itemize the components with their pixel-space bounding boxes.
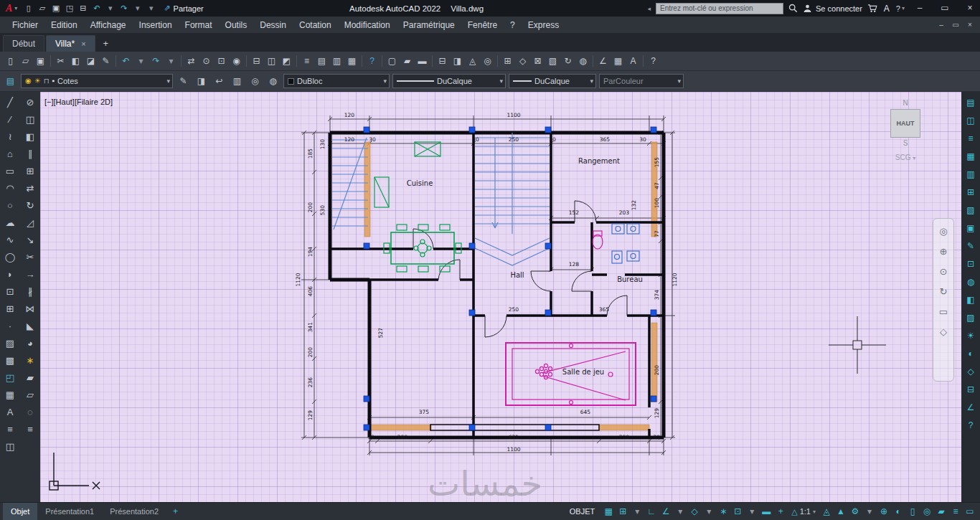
render-dock-icon[interactable]: ◍ [963,274,979,290]
dynamic-input-icon[interactable]: + [773,503,788,520]
grip[interactable] [469,425,475,430]
file-tab[interactable]: Villa* × [46,35,95,52]
macros-icon[interactable]: ⊞ [963,184,979,200]
nav-orbit-icon[interactable]: ↻ [940,286,948,298]
measure-icon[interactable]: ∠ [595,54,611,69]
undo-drop-icon[interactable]: ▾ [133,54,149,69]
nav-more-icon[interactable]: ◇ [940,326,947,338]
copy-icon[interactable]: ◫ [22,111,39,128]
make-block-icon[interactable]: ⊞ [1,301,19,318]
polygon-icon[interactable]: ⌂ [1,146,19,163]
circle-icon[interactable]: ○ [1,197,19,214]
grip[interactable] [469,310,475,316]
revision-cloud-icon[interactable]: ☁ [1,214,19,232]
sheet-set-dock-icon[interactable]: ▣ [963,220,979,236]
iso-drop-icon[interactable]: ▾ [702,503,716,520]
villa-floor-plan[interactable]: CuisineRangementHallBureauSalle de jeu 1… [40,92,961,502]
draworder-back-icon[interactable]: ▱ [22,387,39,404]
offset-icon[interactable]: ∥ [22,146,39,163]
doc-minimize-button[interactable]: – [934,21,948,29]
object-snap-icon[interactable]: ⊡ [730,503,745,520]
line-icon[interactable]: ╱ [1,94,19,111]
extend-icon[interactable]: → [22,266,39,283]
quick-properties-icon[interactable]: ▯ [905,503,920,520]
multiline-text-icon[interactable]: A [1,404,19,421]
views-dock-icon[interactable]: ◇ [963,364,979,379]
menu-item[interactable]: Cotation [293,16,338,34]
stretch-icon[interactable]: ↘ [22,232,39,249]
visual-styles-icon[interactable]: ◧ [963,292,979,308]
plot-dock-icon[interactable]: ⊟ [963,382,979,397]
properties-dock-icon[interactable]: ▤ [963,95,979,110]
qnew-icon[interactable]: ▯ [3,54,18,69]
insert-block-icon[interactable]: ⊡ [1,283,19,301]
ortho-icon[interactable]: ∟ [644,503,659,520]
layout-tab[interactable]: Objet [3,503,37,520]
viewcube-south[interactable]: S [882,139,928,148]
menu-item[interactable]: Fenêtre [461,16,504,34]
zoom-realtime-icon[interactable]: ⊙ [199,54,214,69]
menu-item[interactable]: ? [504,16,522,34]
table-tool-icon[interactable]: ▦ [1,387,19,404]
view-iso-icon[interactable]: ◇ [515,54,530,69]
paste-icon[interactable]: ◪ [83,54,98,69]
signin-button[interactable]: Se connecter [803,4,862,13]
object-snap-tracking-icon[interactable]: ∗ [716,503,730,520]
undo-drop-icon[interactable]: ▾ [103,4,117,13]
redo-icon[interactable]: ↷ [149,54,164,69]
nav-wheel-icon[interactable]: ◎ [939,226,947,237]
point-style-icon[interactable]: ◌ [22,404,39,421]
quick-access-drop-icon[interactable]: ▾ [144,4,158,13]
layer-previous-icon[interactable]: ↩ [212,74,227,89]
combo-arrow-icon[interactable]: ▾ [165,77,170,85]
grip[interactable] [651,310,656,316]
grip[interactable] [545,310,551,316]
plot-icon[interactable]: ⊟ [76,4,90,13]
ellipse-icon[interactable]: ◯ [1,249,19,266]
render-icon[interactable]: ◍ [575,54,590,69]
grip[interactable] [364,396,369,402]
view-front-icon[interactable]: ⊠ [530,54,545,69]
grip[interactable] [651,127,656,133]
menu-item[interactable]: Modification [338,16,397,34]
fillet-icon[interactable]: ◕ [22,335,39,352]
draworder-front-icon[interactable]: ▰ [22,369,39,387]
osnap-drop-icon[interactable]: ▾ [745,503,759,520]
viewcube-face[interactable]: HAUT [890,109,920,138]
blocks-palette-icon[interactable]: ◫ [963,113,979,128]
annotation-monitor-icon[interactable]: ⊕ [877,503,891,520]
undo-icon[interactable]: ↶ [118,54,133,69]
pan-realtime-icon[interactable]: ⇄ [184,54,199,69]
combo-arrow-icon[interactable]: ▾ [588,77,593,85]
help-center-icon[interactable]: ? [364,54,380,69]
redo-icon[interactable]: ↷ [117,4,131,13]
rotate-icon[interactable]: ↻ [22,197,39,214]
sun-study-icon[interactable]: ◐ [963,346,979,361]
menu-item[interactable]: Edition [44,16,84,34]
color-combo[interactable]: DuBloc ▾ [283,74,390,88]
snap-mode-icon[interactable]: ⊞ [616,503,630,520]
layer-properties-manager-icon[interactable]: ▤ [3,74,18,89]
combo-arrow-icon[interactable]: ▾ [498,77,503,85]
designcenter-icon[interactable]: ▤ [314,54,329,69]
qnew-icon[interactable]: ▯ [22,4,35,13]
menu-item[interactable]: Fichier [6,16,44,34]
trim-icon[interactable]: ✂ [22,249,39,266]
grip[interactable] [469,243,475,249]
nav-pan-icon[interactable]: ⊕ [940,246,948,257]
spline-icon[interactable]: ∿ [1,232,19,249]
properties-palette-icon[interactable]: ≡ [299,54,314,69]
new-drawing-tab-button[interactable]: + [97,35,116,52]
explode-icon[interactable]: ∗ [22,352,39,369]
linetype-combo[interactable]: DuCalque ▾ [392,74,506,88]
file-tab[interactable]: Début [3,35,44,52]
preview-alt-icon[interactable]: ◨ [450,54,465,69]
nav-showmotion-icon[interactable]: ▭ [939,306,948,318]
maximize-button[interactable]: ▭ [935,0,955,16]
graphics-performance-icon[interactable]: ▰ [934,503,948,520]
help-button[interactable]: ? ▾ [896,4,905,13]
more-draw-icon[interactable]: ≡ [1,421,19,438]
make-object-layer-current-icon[interactable]: ✎ [176,74,191,89]
orbit-icon[interactable]: ↻ [560,54,575,69]
viewport-controls[interactable]: [−][Haut][Filaire 2D] [44,98,113,106]
